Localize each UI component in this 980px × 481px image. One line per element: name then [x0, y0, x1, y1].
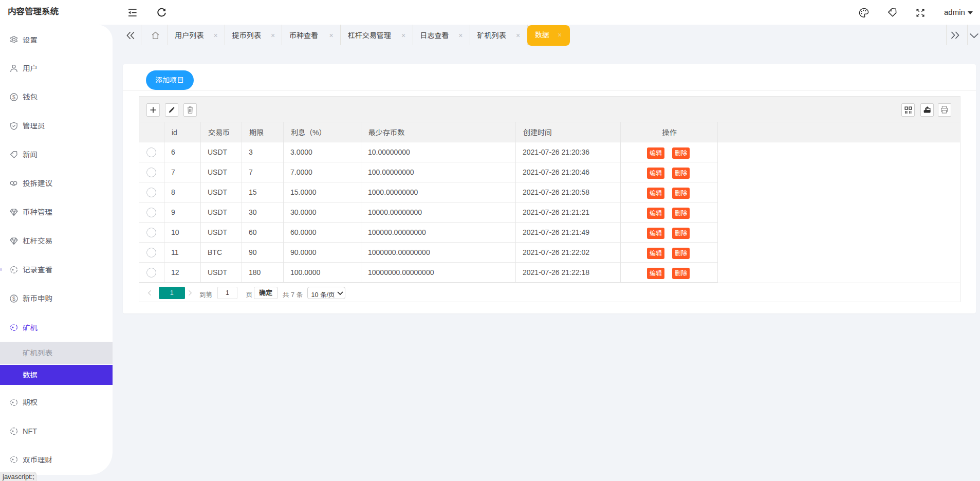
svg-text:$: $ [12, 94, 15, 100]
svg-text:$: $ [12, 295, 15, 301]
